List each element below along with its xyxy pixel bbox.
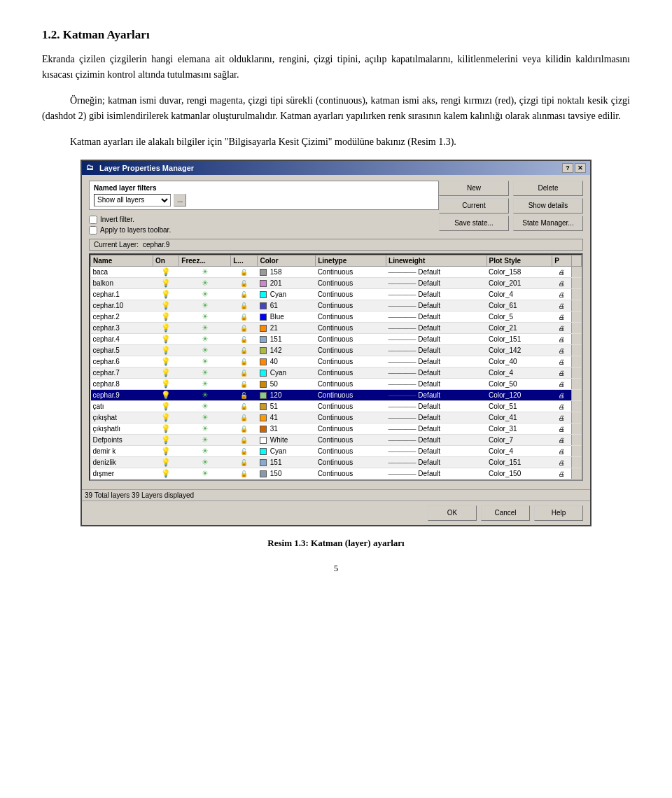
cell-on[interactable]: 💡: [153, 367, 179, 378]
cell-on[interactable]: 💡: [153, 378, 179, 389]
cell-freeze[interactable]: ☀: [179, 367, 231, 378]
cell-freeze[interactable]: ☀: [179, 423, 231, 434]
cell-on[interactable]: 💡: [153, 333, 179, 344]
cell-freeze[interactable]: ☀: [179, 288, 231, 300]
table-row[interactable]: çatı💡☀🔓 51Continuous———— DefaultColor_51…: [91, 400, 582, 412]
cell-lock[interactable]: 🔓: [231, 333, 258, 344]
save-state-button[interactable]: Save state...: [439, 216, 509, 231]
table-row[interactable]: cephar.3💡☀🔓 21Continuous———— DefaultColo…: [91, 322, 582, 333]
cell-color[interactable]: 61: [258, 300, 316, 311]
table-row[interactable]: cephar.6💡☀🔓 40Continuous———— DefaultColo…: [91, 356, 582, 367]
cell-freeze[interactable]: ☀: [179, 311, 231, 322]
cell-freeze[interactable]: ☀: [179, 412, 231, 423]
state-manager-button[interactable]: State Manager...: [513, 216, 583, 231]
cell-color[interactable]: 151: [258, 456, 316, 468]
cell-color[interactable]: 142: [258, 344, 316, 356]
cell-freeze[interactable]: ☀: [179, 356, 231, 367]
cell-on[interactable]: 💡: [153, 412, 179, 423]
table-row[interactable]: cephar.1💡☀🔓 CyanContinuous———— DefaultCo…: [91, 288, 582, 300]
cell-lock[interactable]: 🔓: [231, 412, 258, 423]
cell-freeze[interactable]: ☀: [179, 456, 231, 468]
cell-freeze[interactable]: ☀: [179, 322, 231, 333]
cell-color[interactable]: Cyan: [258, 367, 316, 378]
cell-freeze[interactable]: ☀: [179, 445, 231, 456]
delete-button[interactable]: Delete: [513, 181, 583, 196]
cell-color[interactable]: Blue: [258, 311, 316, 322]
table-row[interactable]: çıkışhatlı💡☀🔓 31Continuous———— DefaultCo…: [91, 423, 582, 434]
cell-freeze[interactable]: ☀: [179, 333, 231, 344]
table-row[interactable]: cephar.4💡☀🔓 151Continuous———— DefaultCol…: [91, 333, 582, 344]
table-row[interactable]: Defpoints💡☀🔓 WhiteContinuous———— Default…: [91, 434, 582, 445]
table-row[interactable]: demir k💡☀🔓 CyanContinuous———— DefaultCol…: [91, 445, 582, 456]
cell-on[interactable]: 💡: [153, 356, 179, 367]
ok-button[interactable]: OK: [428, 505, 477, 521]
table-row[interactable]: cephar.7💡☀🔓 CyanContinuous———— DefaultCo…: [91, 367, 582, 378]
new-button[interactable]: New: [439, 181, 509, 196]
table-row[interactable]: baca💡☀🔓 158Continuous———— DefaultColor_1…: [91, 266, 582, 277]
cell-lock[interactable]: 🔓: [231, 356, 258, 367]
table-row[interactable]: çıkışhat💡☀🔓 41Continuous———— DefaultColo…: [91, 412, 582, 423]
cell-color[interactable]: 21: [258, 322, 316, 333]
cell-lock[interactable]: 🔓: [231, 434, 258, 445]
cell-freeze[interactable]: ☀: [179, 434, 231, 445]
cell-freeze[interactable]: ☀: [179, 400, 231, 412]
cell-color[interactable]: 158: [258, 266, 316, 277]
cell-lock[interactable]: 🔓: [231, 277, 258, 288]
cell-lock[interactable]: 🔓: [231, 266, 258, 277]
table-row[interactable]: cephar.10💡☀🔓 61Continuous———— DefaultCol…: [91, 300, 582, 311]
apply-filter-checkbox[interactable]: [89, 226, 97, 234]
cell-color[interactable]: 50: [258, 378, 316, 389]
invert-filter-checkbox[interactable]: [89, 216, 97, 224]
cell-on[interactable]: 💡: [153, 311, 179, 322]
table-row[interactable]: balkon💡☀🔓 201Continuous———— DefaultColor…: [91, 277, 582, 288]
cell-on[interactable]: 💡: [153, 434, 179, 445]
cell-lock[interactable]: 🔓: [231, 311, 258, 322]
cell-on[interactable]: 💡: [153, 277, 179, 288]
cell-on[interactable]: 💡: [153, 389, 179, 400]
cell-freeze[interactable]: ☀: [179, 378, 231, 389]
cell-color[interactable]: 40: [258, 356, 316, 367]
cell-on[interactable]: 💡: [153, 344, 179, 356]
cell-lock[interactable]: 🔓: [231, 456, 258, 468]
cell-color[interactable]: 151: [258, 333, 316, 344]
cell-color[interactable]: 150: [258, 468, 316, 479]
cell-lock[interactable]: 🔓: [231, 367, 258, 378]
cell-on[interactable]: 💡: [153, 300, 179, 311]
cell-freeze[interactable]: ☀: [179, 344, 231, 356]
cell-lock[interactable]: 🔓: [231, 400, 258, 412]
cell-lock[interactable]: 🔓: [231, 322, 258, 333]
cell-lock[interactable]: 🔓: [231, 378, 258, 389]
current-button[interactable]: Current: [439, 198, 509, 214]
cancel-button[interactable]: Cancel: [481, 505, 530, 521]
table-row[interactable]: cephar.9💡☀🔓 120Continuous———— DefaultCol…: [91, 389, 582, 400]
show-details-button[interactable]: Show details: [513, 198, 583, 214]
cell-color[interactable]: 120: [258, 389, 316, 400]
table-row[interactable]: cephar.8💡☀🔓 50Continuous———— DefaultColo…: [91, 378, 582, 389]
cell-on[interactable]: 💡: [153, 400, 179, 412]
cell-color[interactable]: 31: [258, 423, 316, 434]
cell-lock[interactable]: 🔓: [231, 423, 258, 434]
cell-color[interactable]: Cyan: [258, 288, 316, 300]
cell-freeze[interactable]: ☀: [179, 389, 231, 400]
cell-freeze[interactable]: ☀: [179, 266, 231, 277]
close-titlebar-btn[interactable]: ✕: [575, 163, 586, 173]
cell-color[interactable]: White: [258, 434, 316, 445]
cell-color[interactable]: Cyan: [258, 445, 316, 456]
cell-on[interactable]: 💡: [153, 468, 179, 479]
cell-lock[interactable]: 🔓: [231, 300, 258, 311]
cell-freeze[interactable]: ☀: [179, 468, 231, 479]
cell-lock[interactable]: 🔓: [231, 468, 258, 479]
filter-dropdown[interactable]: Show all layers: [94, 194, 171, 206]
cell-on[interactable]: 💡: [153, 456, 179, 468]
table-row[interactable]: cephar.5💡☀🔓 142Continuous———— DefaultCol…: [91, 344, 582, 356]
table-row[interactable]: denizlik💡☀🔓 151Continuous———— DefaultCol…: [91, 456, 582, 468]
help-titlebar-btn[interactable]: ?: [562, 163, 573, 173]
cell-color[interactable]: 41: [258, 412, 316, 423]
cell-lock[interactable]: 🔓: [231, 445, 258, 456]
cell-color[interactable]: 51: [258, 400, 316, 412]
cell-on[interactable]: 💡: [153, 445, 179, 456]
table-row[interactable]: dışmer💡☀🔓 150Continuous———— DefaultColor…: [91, 468, 582, 479]
cell-on[interactable]: 💡: [153, 423, 179, 434]
cell-on[interactable]: 💡: [153, 288, 179, 300]
cell-freeze[interactable]: ☀: [179, 300, 231, 311]
